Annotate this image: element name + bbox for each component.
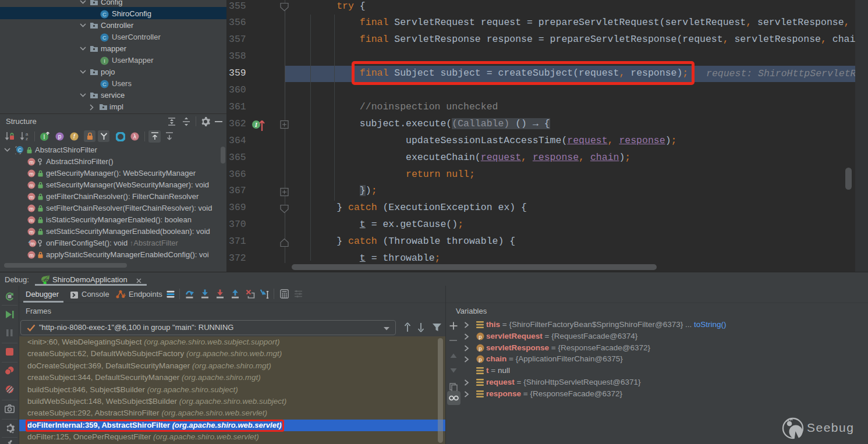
svg-text:p: p bbox=[479, 344, 481, 351]
svg-text:I: I bbox=[104, 58, 105, 64]
svg-text:C: C bbox=[102, 11, 107, 17]
svg-text:m: m bbox=[29, 159, 34, 165]
svg-text:m: m bbox=[30, 241, 35, 247]
svg-text:p: p bbox=[479, 333, 481, 340]
svg-text:m: m bbox=[29, 229, 34, 235]
svg-text:I: I bbox=[44, 134, 45, 140]
svg-text:C: C bbox=[102, 34, 107, 41]
svg-text:p: p bbox=[58, 133, 62, 140]
svg-text:m: m bbox=[29, 194, 34, 200]
svg-text:C: C bbox=[102, 81, 107, 87]
svg-text:Seebug: Seebug bbox=[807, 421, 854, 434]
svg-text:λ: λ bbox=[133, 133, 136, 140]
svg-text:C: C bbox=[18, 147, 22, 153]
svg-text:m: m bbox=[29, 253, 34, 258]
svg-text:p: p bbox=[479, 356, 481, 363]
svg-text:m: m bbox=[29, 183, 34, 189]
svg-text:m: m bbox=[29, 206, 34, 212]
svg-text:m: m bbox=[29, 218, 34, 223]
svg-text:z: z bbox=[26, 136, 28, 141]
svg-text:m: m bbox=[29, 171, 34, 177]
